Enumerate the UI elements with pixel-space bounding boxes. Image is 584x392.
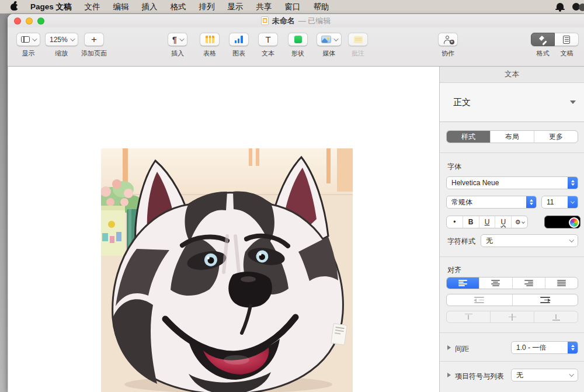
menu-app[interactable]: Pages 文稿 — [24, 2, 78, 12]
spacing-select[interactable]: 1.0 - 一倍 — [511, 341, 578, 354]
table-button[interactable] — [200, 33, 220, 46]
menu-window[interactable]: 窗口 — [279, 2, 307, 12]
control-center-icon[interactable] — [572, 3, 584, 11]
paragraph-style-picker[interactable]: 正文 — [440, 83, 584, 122]
font-section-label: 字体 — [447, 162, 461, 172]
menu-bar: Pages 文稿 文件 编辑 插入 格式 排列 显示 共享 窗口 帮助 — [0, 0, 584, 14]
menu-help[interactable]: 帮助 — [307, 2, 336, 12]
toolbar-format: 格式 — [531, 33, 555, 58]
stepper-icon[interactable] — [568, 177, 578, 189]
title-bar[interactable]: 未命名 — 已编辑 — [8, 14, 584, 27]
decrease-indent-icon — [474, 297, 484, 303]
menu-insert[interactable]: 插入 — [135, 2, 164, 12]
chevron-down-icon — [522, 220, 525, 224]
minimize-button[interactable] — [26, 18, 33, 25]
zoom-window-button[interactable] — [37, 18, 44, 25]
spacing-label: 间距 — [455, 344, 469, 354]
emphasis-dot-button[interactable]: • — [447, 216, 463, 228]
inspector-tabs: 样式 布局 更多 — [446, 130, 578, 143]
align-justify-button[interactable] — [545, 277, 578, 289]
menu-share[interactable]: 共享 — [250, 2, 279, 12]
insert-button[interactable]: ¶ — [168, 33, 187, 46]
pages-window: 未命名 — 已编辑 显示 125% 缩放 + 添加页面 ¶ — [8, 14, 584, 392]
bullets-select[interactable]: 无 — [511, 369, 578, 381]
chevron-down-icon — [179, 36, 184, 41]
shape-icon — [294, 36, 302, 43]
font-size-select[interactable]: 11 — [541, 196, 578, 209]
disclosure-triangle-icon[interactable] — [447, 373, 451, 377]
view-button[interactable] — [16, 33, 40, 46]
zoom-button[interactable]: 125% — [45, 33, 78, 46]
media-icon — [321, 36, 331, 43]
bold-button[interactable]: B — [463, 216, 479, 228]
spacing-value: 1.0 - 一倍 — [512, 343, 568, 353]
tab-style[interactable]: 样式 — [447, 131, 491, 143]
document-button[interactable] — [555, 33, 579, 46]
gear-button[interactable]: ⚙ — [512, 216, 527, 228]
stepper-icon[interactable] — [568, 342, 578, 353]
font-weight-select[interactable]: 常规体 — [446, 196, 537, 209]
collaborate-label: 协作 — [442, 49, 454, 58]
chevron-down-icon — [70, 36, 75, 41]
text-icon: T — [265, 35, 270, 44]
text-button[interactable]: T — [258, 33, 278, 46]
toolbar-table: 表格 — [200, 33, 220, 58]
menu-edit[interactable]: 编辑 — [107, 2, 135, 12]
toolbar-chart: 图表 — [229, 33, 249, 58]
format-inspector: 文本 正文 样式 布局 更多 字体 Helvetica Neue 常规体 — [439, 67, 584, 392]
collaborate-icon: + — [443, 36, 453, 44]
menu-view[interactable]: 显示 — [221, 2, 250, 12]
align-left-icon — [458, 280, 467, 286]
toolbar-document: 文稿 — [555, 33, 579, 58]
bullets-label: 项目符号与列表 — [455, 372, 504, 381]
text-label: 文本 — [262, 49, 274, 58]
media-button[interactable] — [317, 33, 342, 46]
view-icon — [21, 36, 30, 43]
increase-indent-icon — [540, 297, 550, 303]
underline-button[interactable]: U — [479, 216, 496, 228]
align-center-button[interactable] — [479, 277, 512, 289]
notification-bell-icon[interactable] — [556, 2, 564, 12]
collaborate-button[interactable]: + — [438, 33, 458, 46]
underline-wavy-button[interactable]: U — [495, 216, 512, 228]
gear-icon: ⚙ — [515, 218, 521, 226]
chart-button[interactable] — [229, 33, 249, 46]
tab-layout[interactable]: 布局 — [491, 131, 534, 143]
comment-icon — [354, 36, 363, 43]
font-weight-value: 常规体 — [447, 197, 526, 207]
toolbar-view: 显示 — [16, 33, 40, 58]
format-button[interactable] — [531, 33, 555, 46]
husky-pillow-image[interactable] — [101, 148, 353, 392]
window-title: 未命名 — 已编辑 — [8, 16, 584, 26]
chevron-down-icon — [32, 36, 37, 41]
add-page-button[interactable]: + — [84, 33, 104, 46]
align-left-button[interactable] — [447, 277, 479, 289]
pilcrow-icon: ¶ — [172, 36, 177, 44]
document-edited-badge: — 已编辑 — [298, 16, 331, 26]
chevron-down-icon[interactable] — [568, 196, 578, 208]
document-page[interactable] — [8, 67, 439, 392]
text-color-well[interactable] — [544, 216, 580, 228]
close-button[interactable] — [14, 18, 21, 25]
stepper-icon[interactable] — [526, 196, 536, 208]
disclosure-triangle-icon[interactable] — [447, 345, 451, 350]
char-style-value: 无 — [481, 236, 566, 246]
font-family-value: Helvetica Neue — [447, 179, 568, 187]
menu-format[interactable]: 格式 — [164, 2, 193, 12]
increase-indent-button[interactable] — [513, 294, 578, 306]
align-right-button[interactable] — [513, 277, 545, 289]
format-label: 格式 — [537, 49, 550, 58]
zoom-label: 缩放 — [55, 49, 68, 58]
apple-menu[interactable] — [11, 2, 18, 12]
font-family-select[interactable]: Helvetica Neue — [446, 176, 578, 189]
toolbar-media: 媒体 — [317, 33, 342, 58]
decrease-indent-button — [447, 294, 513, 306]
valign-top-icon — [465, 314, 472, 321]
color-wheel-icon[interactable] — [569, 217, 579, 228]
shape-button[interactable] — [288, 33, 308, 46]
char-style-select[interactable]: 无 — [481, 234, 578, 247]
toolbar-zoom: 125% 缩放 — [45, 33, 78, 58]
menu-file[interactable]: 文件 — [78, 2, 107, 12]
menu-arrange[interactable]: 排列 — [193, 2, 221, 12]
tab-more[interactable]: 更多 — [534, 131, 578, 143]
